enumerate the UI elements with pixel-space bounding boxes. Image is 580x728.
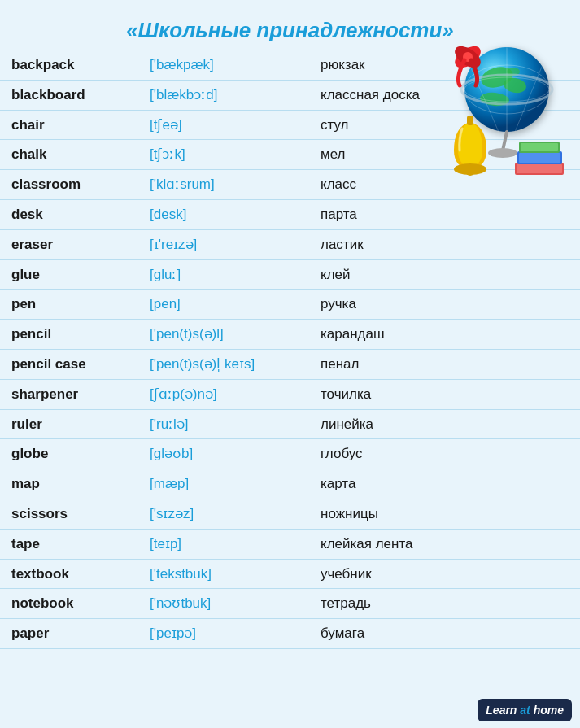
phonetic-transcription: ['klɑːsrum] xyxy=(138,170,309,200)
table-row: pencil['pen(t)s(ə)l]карандаш xyxy=(0,320,580,350)
phonetic-transcription: ['pen(t)s(ə)l̩ keɪs] xyxy=(138,349,309,379)
english-word: chalk xyxy=(0,140,138,170)
logo-home-text: home xyxy=(534,704,564,717)
vocabulary-table: backpack['bækpæk]рюкзакblackboard['blækb… xyxy=(0,50,580,649)
table-row: globe[gləʊb]глобус xyxy=(0,439,580,469)
english-word: desk xyxy=(0,199,138,229)
table-row: paper['peɪpə]бумага xyxy=(0,619,580,649)
russian-translation: пенал xyxy=(309,349,580,379)
phonetic-transcription: ['nəʊtbuk] xyxy=(138,589,309,619)
phonetic-transcription: ['peɪpə] xyxy=(138,619,309,649)
english-word: paper xyxy=(0,619,138,649)
phonetic-transcription: ['bækpæk] xyxy=(138,50,309,81)
phonetic-transcription: [tʃɔːk] xyxy=(138,140,309,170)
phonetic-transcription: ['pen(t)s(ə)l] xyxy=(138,320,309,350)
english-word: classroom xyxy=(0,170,138,200)
russian-translation: рюкзак xyxy=(309,50,580,81)
page-title: «Школьные принадлежности» xyxy=(0,8,580,50)
english-word: sharpener xyxy=(0,379,138,409)
english-word: tape xyxy=(0,529,138,559)
russian-translation: стул xyxy=(309,110,580,140)
phonetic-transcription: [teɪp] xyxy=(138,529,309,559)
table-row: classroom['klɑːsrum]класс xyxy=(0,170,580,200)
table-row: backpack['bækpæk]рюкзак xyxy=(0,50,580,81)
english-word: map xyxy=(0,469,138,499)
table-row: map[mæp]карта xyxy=(0,469,580,499)
english-word: pen xyxy=(0,290,138,320)
table-row: sharpener[ʃɑːp(ə)nə]точилка xyxy=(0,379,580,409)
russian-translation: учебник xyxy=(309,559,580,589)
russian-translation: точилка xyxy=(309,379,580,409)
table-row: pen[pen]ручка xyxy=(0,290,580,320)
russian-translation: бумага xyxy=(309,619,580,649)
phonetic-transcription: [desk] xyxy=(138,199,309,229)
russian-translation: класс xyxy=(309,170,580,200)
table-row: chair[tʃeə]стул xyxy=(0,110,580,140)
table-row: chalk[tʃɔːk]мел xyxy=(0,140,580,170)
phonetic-transcription: ['sɪzəz] xyxy=(138,499,309,529)
russian-translation: карандаш xyxy=(309,320,580,350)
logo-at-text: at xyxy=(520,704,530,717)
russian-translation: ножницы xyxy=(309,499,580,529)
russian-translation: мел xyxy=(309,140,580,170)
phonetic-transcription: [gluː] xyxy=(138,259,309,290)
english-word: blackboard xyxy=(0,80,138,110)
russian-translation: карта xyxy=(309,469,580,499)
table-row: blackboard['blækbɔːd]классная доска xyxy=(0,80,580,110)
phonetic-transcription: [gləʊb] xyxy=(138,439,309,469)
russian-translation: линейка xyxy=(309,409,580,439)
table-row: textbook['tekstbuk]учебник xyxy=(0,559,580,589)
english-word: globe xyxy=(0,439,138,469)
logo-badge: Learn at home xyxy=(478,699,572,721)
russian-translation: клейкая лента xyxy=(309,529,580,559)
russian-translation: ластик xyxy=(309,229,580,259)
phonetic-transcription: [pen] xyxy=(138,290,309,320)
phonetic-transcription: ['ruːlə] xyxy=(138,409,309,439)
table-row: scissors['sɪzəz]ножницы xyxy=(0,499,580,529)
english-word: textbook xyxy=(0,559,138,589)
english-word: chair xyxy=(0,110,138,140)
russian-translation: ручка xyxy=(309,290,580,320)
phonetic-transcription: [ʃɑːp(ə)nə] xyxy=(138,379,309,409)
table-row: eraser[ɪ'reɪzə]ластик xyxy=(0,229,580,259)
russian-translation: тетрадь xyxy=(309,589,580,619)
table-row: ruler['ruːlə]линейка xyxy=(0,409,580,439)
table-row: glue[gluː]клей xyxy=(0,259,580,290)
english-word: backpack xyxy=(0,50,138,81)
english-word: glue xyxy=(0,259,138,290)
english-word: eraser xyxy=(0,229,138,259)
table-row: pencil case['pen(t)s(ə)l̩ keɪs]пенал xyxy=(0,349,580,379)
english-word: ruler xyxy=(0,409,138,439)
table-row: notebook['nəʊtbuk]тетрадь xyxy=(0,589,580,619)
table-row: desk[desk]парта xyxy=(0,199,580,229)
russian-translation: клей xyxy=(309,259,580,290)
phonetic-transcription: ['blækbɔːd] xyxy=(138,80,309,110)
russian-translation: классная доска xyxy=(309,80,580,110)
english-word: pencil case xyxy=(0,349,138,379)
russian-translation: глобус xyxy=(309,439,580,469)
page-wrapper: «Школьные принадлежности» xyxy=(0,0,580,728)
russian-translation: парта xyxy=(309,199,580,229)
logo-learn: Learn xyxy=(486,704,517,717)
table-row: tape[teɪp]клейкая лента xyxy=(0,529,580,559)
english-word: pencil xyxy=(0,320,138,350)
english-word: notebook xyxy=(0,589,138,619)
phonetic-transcription: ['tekstbuk] xyxy=(138,559,309,589)
phonetic-transcription: [mæp] xyxy=(138,469,309,499)
phonetic-transcription: [ɪ'reɪzə] xyxy=(138,229,309,259)
english-word: scissors xyxy=(0,499,138,529)
phonetic-transcription: [tʃeə] xyxy=(138,110,309,140)
